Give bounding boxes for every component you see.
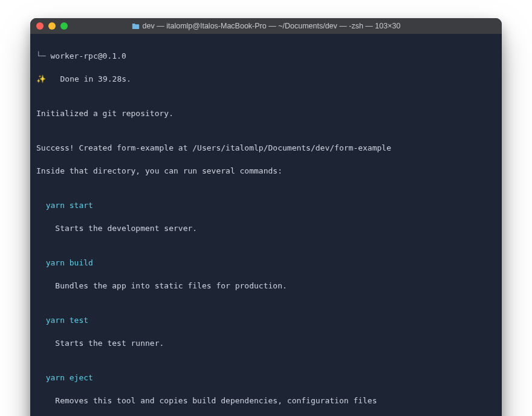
command-hint: yarn test: [36, 314, 496, 326]
output-line: Success! Created form-example at /Users/…: [36, 142, 496, 154]
output-line: Starts the development server.: [36, 223, 496, 234]
output-line: Removes this tool and copies build depen…: [36, 395, 496, 406]
titlebar: dev — italomlp@Italos-MacBook-Pro — ~/Do…: [30, 18, 502, 34]
minimize-button[interactable]: [48, 22, 56, 30]
titlebar-title: dev — italomlp@Italos-MacBook-Pro — ~/Do…: [30, 22, 502, 30]
terminal-window: dev — italomlp@Italos-MacBook-Pro — ~/Do…: [30, 18, 502, 416]
output-line: Inside that directory, you can run sever…: [36, 165, 496, 177]
output-line: Bundles the app into static files for pr…: [36, 280, 496, 291]
folder-icon: [132, 23, 140, 30]
terminal-body[interactable]: └─ worker-rpc@0.1.0 ✨ Done in 39.28s. In…: [30, 34, 502, 416]
close-button[interactable]: [36, 22, 44, 30]
command-hint: yarn start: [36, 200, 496, 211]
sparkle-icon: ✨: [36, 74, 60, 83]
output-line: Initialized a git repository.: [36, 108, 496, 119]
command-hint: yarn eject: [36, 372, 496, 383]
command-hint: yarn build: [36, 257, 496, 268]
output-line: └─ worker-rpc@0.1.0: [36, 50, 496, 62]
titlebar-text: dev — italomlp@Italos-MacBook-Pro — ~/Do…: [143, 22, 401, 30]
output-line: Starts the test runner.: [36, 337, 496, 349]
output-line: ✨ Done in 39.28s.: [36, 73, 496, 85]
traffic-lights: [36, 22, 68, 30]
maximize-button[interactable]: [60, 22, 68, 30]
